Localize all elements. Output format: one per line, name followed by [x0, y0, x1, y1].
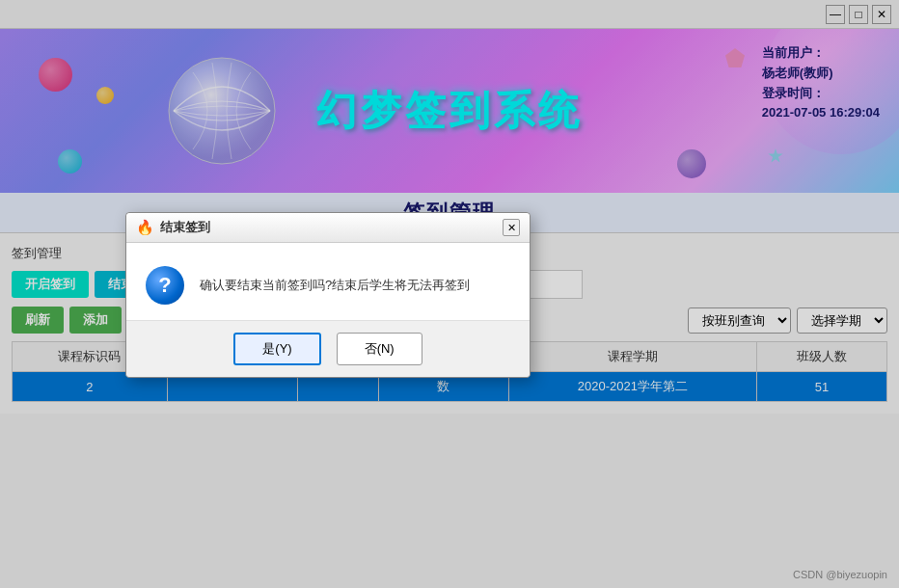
- dialog-title-bar: 🔥 结束签到 ✕: [126, 213, 530, 243]
- dialog-close-button[interactable]: ✕: [503, 219, 520, 236]
- dialog-title: 结束签到: [160, 219, 210, 236]
- dialog-question-icon: ?: [146, 266, 184, 305]
- dialog-body: ? 确认要结束当前签到吗?结束后学生将无法再签到: [126, 243, 530, 320]
- dialog-message: 确认要结束当前签到吗?结束后学生将无法再签到: [200, 276, 470, 295]
- dialog-fire-icon: 🔥: [136, 219, 154, 236]
- dialog: 🔥 结束签到 ✕ ? 确认要结束当前签到吗?结束后学生将无法再签到 是(Y) 否…: [125, 212, 531, 378]
- dialog-title-left: 🔥 结束签到: [136, 219, 210, 236]
- dialog-footer: 是(Y) 否(N): [126, 320, 530, 377]
- dialog-no-button[interactable]: 否(N): [337, 333, 422, 365]
- dialog-overlay: 🔥 结束签到 ✕ ? 确认要结束当前签到吗?结束后学生将无法再签到 是(Y) 否…: [0, 0, 899, 588]
- dialog-yes-button[interactable]: 是(Y): [233, 333, 320, 365]
